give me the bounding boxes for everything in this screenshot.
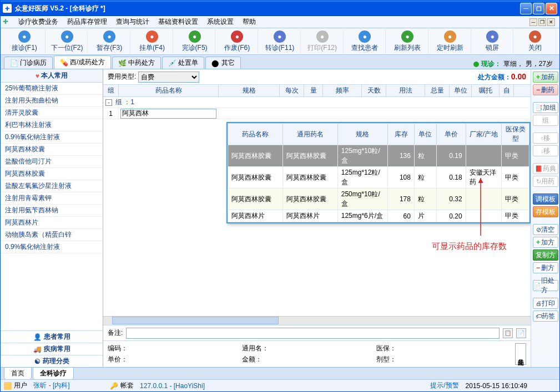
grid-col-header[interactable]: 药品名称 (119, 85, 219, 96)
mdi-close[interactable]: ✕ (547, 18, 555, 26)
popup-col-header[interactable]: 医保类型 (502, 124, 529, 145)
mdi-minimize[interactable]: ─ (529, 18, 537, 26)
sign-button[interactable]: 🏷药签 (533, 310, 558, 322)
grid-col-header[interactable]: 量 (304, 85, 323, 96)
sidebar-drug-item[interactable]: 注射用氨苄西林钠 (1, 205, 103, 217)
bottom-tab-clinic[interactable]: 全科诊疗 (33, 367, 74, 380)
popup-row[interactable]: 阿莫西林胶囊阿莫西林胶囊250mg*10粒/盒178粒0.32甲类 (228, 189, 529, 210)
app-icon: ✚ (3, 4, 12, 13)
toolbar-button[interactable]: ●接诊(F1) (4, 29, 46, 54)
sidebar-drug-item[interactable]: 25%葡萄糖注射液 (1, 83, 103, 95)
sidebar-drug-item[interactable]: 注射用青霉素钾 (1, 192, 103, 205)
sidebar-drug-item[interactable]: 0.9%氯化钠注射液 (1, 241, 103, 253)
toolbar-button[interactable]: ●暂存(F3) (89, 29, 130, 54)
print-button[interactable]: 🖨打印 (533, 298, 558, 309)
del-rx-button[interactable]: −删方 (533, 262, 558, 273)
sidebar-footer-disease[interactable]: 🚚疾病常用 (1, 343, 103, 355)
tab-western-rx[interactable]: 💊西/成药处方 (54, 55, 111, 69)
grid-col-header[interactable]: 自 (500, 85, 514, 96)
del-drug-button[interactable]: −删药 (533, 84, 558, 95)
popup-row[interactable]: 阿莫西林胶囊阿莫西林胶囊125mg*10粒/盒136粒0.19甲类 (228, 145, 529, 167)
sidebar-drug-item[interactable]: 利巴韦林注射液 (1, 119, 103, 131)
toolbar-button[interactable]: ●刷新列表 (387, 29, 428, 54)
tab-chinese-rx[interactable]: 🌿中药处方 (112, 57, 161, 69)
collapse-icon[interactable]: - (105, 99, 112, 106)
popup-col-header[interactable]: 单价 (436, 124, 466, 145)
popup-col-header[interactable]: 单位 (414, 124, 436, 145)
menu-item[interactable]: 查询与统计 (112, 16, 154, 28)
toolbar-button[interactable]: ●锁屏 (472, 29, 514, 54)
sidebar-footer-category[interactable]: ☯药理分类 (1, 355, 103, 367)
copy-rx-button[interactable]: 复制方 (533, 250, 558, 261)
sidebar-drug-item[interactable]: 注射用头孢曲松钠 (1, 95, 103, 107)
menu-item[interactable]: 系统设置 (203, 16, 238, 28)
grid-col-header[interactable]: 规格 (219, 85, 280, 96)
grid-col-header[interactable]: 天数 (362, 85, 386, 96)
toolbar-button[interactable]: ●转诊(F11) (259, 29, 301, 54)
toolbar-button[interactable]: ●定时刷新 (430, 29, 471, 54)
sidebar-drug-item[interactable]: 清开灵胶囊 (1, 107, 103, 119)
popup-col-header[interactable]: 药品名称 (228, 124, 283, 145)
tab-other[interactable]: ⬤其它 (205, 57, 241, 69)
status-dot-icon (473, 62, 479, 67)
sidebar-drug-item[interactable]: 阿莫西林胶囊 (1, 144, 103, 156)
toolbar-button[interactable]: ●挂单(F4) (132, 29, 173, 54)
toolbar-button[interactable]: ●关闭 (514, 29, 556, 54)
grid-col-header[interactable]: 用法 (386, 85, 425, 96)
popup-row[interactable]: 阿莫西林片阿莫西林片125mg*6片/盒60片0.20甲类 (228, 210, 529, 222)
toolbar-button[interactable]: ●完诊(F5) (174, 29, 216, 54)
memo-action-2[interactable]: 📄 (516, 328, 526, 338)
tab-treatment[interactable]: 💉处置单 (162, 57, 204, 69)
horizontal-scrollbar[interactable] (103, 316, 531, 325)
alert-link[interactable]: 提示/预警 (430, 381, 458, 390)
toolbar: ●接诊(F1)●下一位(F2)●暂存(F3)●挂单(F4)●完诊(F5)●作废(… (1, 28, 559, 55)
memo-action-1[interactable]: 📋 (503, 328, 513, 338)
toolbar-button[interactable]: ●下一位(F2) (47, 29, 88, 54)
popup-col-header[interactable]: 库存 (388, 124, 415, 145)
grid-col-header[interactable]: 单位 (450, 85, 472, 96)
menu-item[interactable]: 帮助 (238, 16, 260, 28)
sidebar-drug-item[interactable]: 阿莫西林片 (1, 217, 103, 229)
sidebar-drug-item[interactable]: 0.9%氯化钠注射液 (1, 131, 103, 144)
memo-input[interactable] (126, 328, 500, 339)
heart-icon: ♥ (36, 72, 39, 80)
sidebar-footer-patient[interactable]: 👤患者常用 (1, 330, 103, 343)
herb-icon: 🌿 (118, 59, 126, 67)
tab-medical-record[interactable]: 📄门诊病历 (4, 57, 53, 69)
sidebar-drug-item[interactable]: 盐酸左氧氟沙星注射液 (1, 180, 103, 192)
sidebar-drug-item[interactable]: 动物胰岛素（精蛋白锌 (1, 229, 103, 241)
grid-col-header[interactable]: 总量 (425, 85, 450, 96)
minimize-button[interactable]: ─ (520, 3, 532, 14)
menu-item[interactable]: 诊疗收费业务 (14, 16, 63, 28)
mdi-restore[interactable]: ❐ (538, 18, 546, 26)
toolbar-button[interactable]: ●作废(F6) (216, 29, 258, 54)
close-button[interactable]: ✕ (546, 3, 557, 14)
popup-col-header[interactable]: 厂家/产地 (466, 124, 502, 145)
data-row[interactable]: 1 (103, 108, 531, 119)
popup-col-header[interactable]: 通用药名 (282, 124, 337, 145)
grid-col-header[interactable]: 每次 (280, 85, 304, 96)
key-icon: 🔑 (110, 382, 118, 390)
sidebar-drug-item[interactable]: 阿莫西林胶囊 (1, 168, 103, 180)
save-template-button[interactable]: 存模板 (533, 206, 558, 217)
add-rx-button[interactable]: +加方 (533, 237, 558, 248)
sidebar-drug-item[interactable]: 盐酸倍他司汀片 (1, 156, 103, 168)
grid-col-header[interactable]: 频率 (323, 85, 362, 96)
popup-row[interactable]: 阿莫西林胶囊阿莫西林胶囊125mg*12粒/盒108粒0.18安徽天洋药甲类 (228, 167, 529, 189)
maximize-button[interactable]: ◻ (533, 3, 544, 14)
menu-item[interactable]: 基础资料设置 (154, 16, 203, 28)
old-rx-button[interactable]: 📄旧处方 (533, 280, 558, 291)
bottom-tab-home[interactable]: 首页 (4, 367, 32, 380)
menu-item[interactable]: 药品库存管理 (63, 16, 112, 28)
load-template-button[interactable]: 调模板 (533, 194, 558, 205)
popup-col-header[interactable]: 规格 (337, 124, 387, 145)
drug-name-input[interactable] (120, 109, 216, 119)
add-drug-button[interactable]: +加药 (533, 72, 558, 83)
add-group-button[interactable]: 📑加组 (533, 102, 558, 113)
toolbar-button[interactable]: ●查找患者 (345, 29, 386, 54)
clear-button[interactable]: ⊘清空 (533, 224, 558, 235)
grid-col-header[interactable]: 组 (103, 85, 119, 96)
cost-type-select[interactable]: 自费 (138, 72, 199, 83)
group-row[interactable]: -组 ：1 (103, 97, 531, 108)
grid-col-header[interactable]: 嘱托 (472, 85, 500, 96)
